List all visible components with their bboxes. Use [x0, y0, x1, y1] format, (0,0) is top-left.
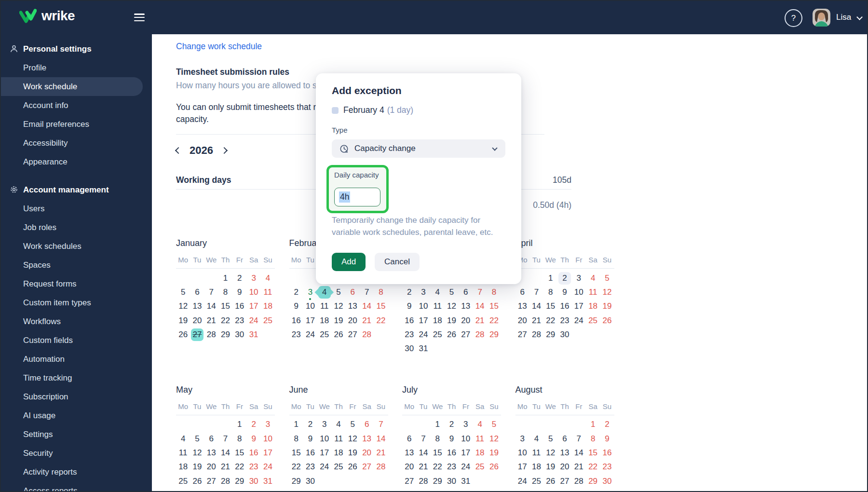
wrike-logo[interactable]: wrike	[19, 8, 75, 24]
calendar-day[interactable]: 20	[360, 446, 374, 460]
calendar-day[interactable]: 22	[232, 460, 246, 474]
calendar-day[interactable]: 18	[529, 460, 543, 474]
calendar-day[interactable]: 31	[515, 488, 529, 492]
cancel-button[interactable]: Cancel	[375, 253, 420, 271]
calendar-day[interactable]: 27	[515, 328, 529, 342]
calendar-day[interactable]: 20	[557, 460, 571, 474]
calendar-day[interactable]: 10	[246, 285, 260, 299]
calendar-day[interactable]: 21	[218, 460, 232, 474]
calendar-day[interactable]: 22	[586, 460, 600, 474]
calendar-day[interactable]: 22	[431, 460, 445, 474]
calendar-day[interactable]: 2	[402, 285, 416, 299]
calendar-day[interactable]: 16	[289, 314, 303, 328]
calendar-day[interactable]: 9	[600, 432, 614, 446]
calendar-day[interactable]: 9	[557, 285, 571, 299]
calendar-day[interactable]: 27	[346, 328, 360, 342]
calendar-day[interactable]: 11	[331, 432, 345, 446]
calendar-day[interactable]: 16	[303, 446, 317, 460]
calendar-day[interactable]: 7	[529, 285, 543, 299]
calendar-day[interactable]: 8	[487, 285, 501, 299]
calendar-day[interactable]: 14	[572, 446, 586, 460]
calendar-day[interactable]: 14	[360, 300, 374, 314]
sidebar-item-access-reports[interactable]: Access reports	[1, 481, 152, 491]
calendar-day[interactable]: 27	[204, 474, 218, 488]
sidebar-item-spaces[interactable]: Spaces	[1, 256, 152, 274]
calendar-day[interactable]: 17	[572, 300, 586, 314]
calendar-day[interactable]: 7	[572, 432, 586, 446]
change-work-schedule-link[interactable]: Change work schedule	[176, 41, 262, 52]
hamburger-menu-icon[interactable]	[134, 14, 145, 21]
calendar-day[interactable]: 8	[374, 285, 388, 299]
calendar-day[interactable]: 4	[431, 285, 445, 299]
calendar-day[interactable]: 24	[572, 314, 586, 328]
calendar-day[interactable]: 2	[303, 418, 317, 432]
calendar-day[interactable]: 26	[176, 328, 190, 342]
calendar-day[interactable]: 20	[402, 460, 416, 474]
calendar-day[interactable]: 28	[473, 328, 487, 342]
calendar-day[interactable]: 7	[416, 432, 430, 446]
sidebar-item-time-tracking[interactable]: Time tracking	[1, 369, 152, 387]
calendar-day[interactable]: 23	[557, 314, 571, 328]
calendar-day[interactable]: 22	[218, 314, 232, 328]
calendar-day[interactable]: 5	[487, 418, 501, 432]
calendar-day[interactable]: 27	[190, 328, 204, 342]
calendar-day[interactable]: 18	[586, 300, 600, 314]
calendar-day[interactable]: 16	[445, 446, 459, 460]
calendar-day[interactable]: 27	[557, 474, 571, 488]
calendar-day[interactable]: 1	[431, 418, 445, 432]
calendar-day[interactable]: 28	[529, 328, 543, 342]
calendar-day[interactable]: 30	[246, 474, 260, 488]
calendar-day[interactable]: 26	[487, 460, 501, 474]
next-year-button[interactable]	[221, 147, 228, 154]
calendar-day[interactable]: 6	[346, 285, 360, 299]
sidebar-item-accessibility[interactable]: Accessibility	[1, 134, 152, 152]
calendar-day[interactable]: 16	[246, 446, 260, 460]
calendar-day[interactable]: 6	[360, 418, 374, 432]
calendar-day[interactable]: 12	[176, 300, 190, 314]
calendar-day[interactable]: 17	[261, 446, 275, 460]
calendar-day[interactable]: 27	[459, 328, 473, 342]
calendar-day[interactable]: 19	[176, 314, 190, 328]
chevron-down-icon[interactable]	[856, 14, 863, 20]
calendar-day[interactable]: 28	[360, 328, 374, 342]
calendar-day[interactable]: 12	[346, 432, 360, 446]
calendar-day[interactable]: 2	[246, 418, 260, 432]
calendar-day[interactable]: 14	[218, 446, 232, 460]
calendar-day[interactable]: 18	[431, 314, 445, 328]
calendar-day[interactable]: 19	[331, 314, 345, 328]
calendar-day[interactable]: 31	[261, 474, 275, 488]
calendar-day[interactable]: 5	[543, 432, 557, 446]
calendar-day[interactable]: 21	[204, 314, 218, 328]
calendar-day[interactable]: 9	[445, 432, 459, 446]
calendar-day[interactable]: 31	[459, 474, 473, 488]
calendar-day[interactable]: 15	[232, 446, 246, 460]
calendar-day[interactable]: 29	[431, 474, 445, 488]
sidebar-item-request-forms[interactable]: Request forms	[1, 274, 152, 293]
add-button[interactable]: Add	[332, 253, 366, 271]
calendar-day[interactable]: 6	[557, 432, 571, 446]
calendar-day[interactable]: 8	[289, 432, 303, 446]
calendar-day[interactable]: 1	[232, 418, 246, 432]
calendar-day[interactable]: 23	[303, 460, 317, 474]
calendar-day[interactable]: 15	[218, 300, 232, 314]
type-dropdown[interactable]: Capacity change	[332, 139, 505, 158]
calendar-day[interactable]: 13	[360, 432, 374, 446]
calendar-day[interactable]: 5	[600, 271, 614, 285]
calendar-day[interactable]: 12	[600, 285, 614, 299]
calendar-day[interactable]: 19	[600, 300, 614, 314]
calendar-day[interactable]: 8	[232, 432, 246, 446]
calendar-day[interactable]: 29	[586, 474, 600, 488]
calendar-day[interactable]: 4	[176, 432, 190, 446]
calendar-day[interactable]: 19	[487, 446, 501, 460]
calendar-day[interactable]: 28	[416, 474, 430, 488]
calendar-day[interactable]: 11	[317, 300, 331, 314]
sidebar-item-email-preferences[interactable]: Email preferences	[1, 115, 152, 134]
calendar-day[interactable]: 18	[176, 460, 190, 474]
calendar-day[interactable]: 17	[515, 460, 529, 474]
calendar-day[interactable]: 30	[557, 328, 571, 342]
calendar-day[interactable]: 11	[261, 285, 275, 299]
calendar-day[interactable]: 8	[431, 432, 445, 446]
calendar-day[interactable]: 24	[261, 460, 275, 474]
calendar-day[interactable]: 21	[360, 314, 374, 328]
calendar-day[interactable]: 20	[515, 314, 529, 328]
